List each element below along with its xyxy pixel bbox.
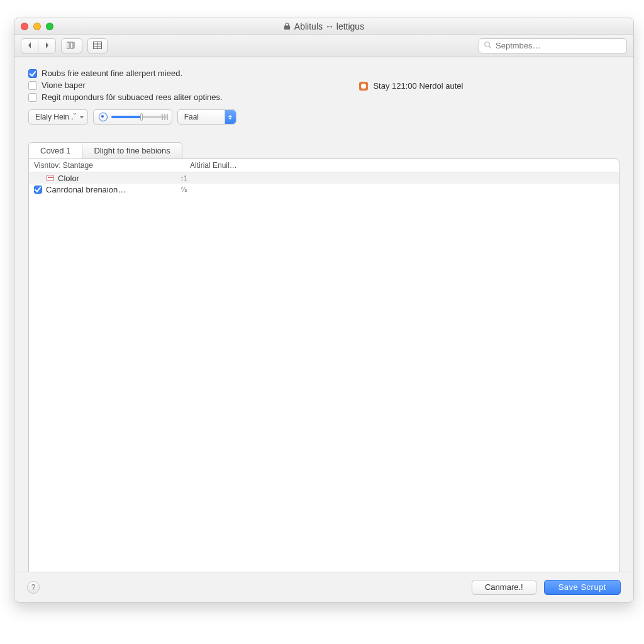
table-panel: Visntov: Stantage Altirial Enuil… Clolor… <box>28 158 619 576</box>
help-button[interactable]: ? <box>27 581 40 594</box>
minimize-icon[interactable] <box>33 23 41 30</box>
table-row[interactable]: Canrdonal brenaion… ⅔ <box>29 184 619 195</box>
chevron-right-icon <box>44 40 50 52</box>
column-header-1[interactable]: Visntov: Stantage <box>34 161 190 170</box>
slider-ticks <box>167 114 168 120</box>
row-label: Canrdonal brenaion… <box>46 185 126 194</box>
check-row-1[interactable]: Vione baper <box>28 80 359 90</box>
toolbar-button-b[interactable] <box>87 38 108 53</box>
zoom-icon[interactable] <box>46 23 53 30</box>
color-swatch-icon <box>47 175 54 181</box>
check-row-0[interactable]: Roubs frie eateunt fine allerpert mieed. <box>28 69 359 78</box>
target-icon <box>99 113 108 121</box>
save-button[interactable]: Save Scrupt <box>544 580 621 595</box>
tab-1[interactable]: Dlight to fine bebions <box>82 142 182 158</box>
preferences-window: Ablituls ↔ lettigus Roubs frie eateunt f… <box>14 18 634 602</box>
clock-icon <box>359 82 368 91</box>
row-label: Clolor <box>58 174 79 183</box>
dropdown-left[interactable]: Elaly Hein .ˇ <box>28 109 88 125</box>
checkbox-icon[interactable] <box>28 81 37 90</box>
bottom-bar: ? Canmare.! Save Scrupt <box>14 572 633 602</box>
svg-point-7 <box>485 42 490 47</box>
lock-icon <box>284 22 291 30</box>
dropdown-right-value: Faal <box>184 113 199 121</box>
tab-label: Dlight to fine bebions <box>94 146 170 155</box>
column-header-2[interactable]: Altirial Enuil… <box>190 161 614 170</box>
checkbox-icon[interactable] <box>28 93 37 102</box>
svg-rect-0 <box>67 42 69 48</box>
nav-back-forward <box>21 38 56 53</box>
grid-icon <box>93 40 102 52</box>
back-button[interactable] <box>21 38 38 53</box>
check-label: Roubs frie eateunt fine allerpert mieed. <box>42 69 182 78</box>
stepper-icon[interactable] <box>225 110 236 124</box>
search-field[interactable] <box>479 38 627 53</box>
chevron-left-icon <box>26 40 33 52</box>
options-checklist: Roubs frie eateunt fine allerpert mieed.… <box>28 69 359 102</box>
tab-0[interactable]: Coved 1 <box>28 142 82 158</box>
question-icon: ? <box>31 583 36 592</box>
window-title: Ablituls ↔ lettigus <box>14 21 633 31</box>
checkbox-icon[interactable] <box>34 186 42 194</box>
check-label: Vione baper <box>42 80 86 90</box>
tab-label: Coved 1 <box>40 146 70 155</box>
check-label: Regit mupondurs fôr subuaced rees aliter… <box>42 92 223 102</box>
row-flag: ↕1 <box>180 174 190 182</box>
toolbar <box>14 35 633 57</box>
toolbar-button-a[interactable] <box>61 38 82 53</box>
row-flag: ⅔ <box>180 186 190 194</box>
svg-line-8 <box>489 46 492 48</box>
stay-info: Stay 121:00 Nerdol autel <box>359 70 463 102</box>
table-header: Visntov: Stantage Altirial Enuil… <box>29 159 619 172</box>
window-controls <box>14 23 53 30</box>
check-row-2[interactable]: Regit mupondurs fôr subuaced rees aliter… <box>28 92 359 102</box>
search-input[interactable] <box>496 41 622 50</box>
cancel-button[interactable]: Canmare.! <box>472 580 536 595</box>
columns-icon <box>67 40 77 52</box>
titlebar: Ablituls ↔ lettigus <box>14 18 633 35</box>
slider[interactable] <box>93 109 172 125</box>
chevron-down-icon <box>79 113 85 121</box>
close-icon[interactable] <box>21 23 28 30</box>
cancel-label: Canmare.! <box>485 582 523 592</box>
svg-rect-1 <box>70 42 73 48</box>
search-icon <box>484 40 492 52</box>
save-label: Save Scrupt <box>558 582 606 592</box>
dropdown-right[interactable]: Faal <box>177 109 236 125</box>
table-row[interactable]: Clolor ↕1 <box>29 172 619 184</box>
checkbox-icon[interactable] <box>28 69 37 78</box>
window-title-text: Ablituls ↔ lettigus <box>294 21 364 31</box>
slider-thumb[interactable] <box>140 113 143 121</box>
forward-button[interactable] <box>38 38 56 53</box>
content-area: Roubs frie eateunt fine allerpert mieed.… <box>14 57 633 572</box>
slider-track[interactable] <box>111 116 167 118</box>
dropdown-left-value: Elaly Hein .ˇ <box>35 113 76 121</box>
slider-fill <box>111 116 142 118</box>
stay-label: Stay 121:00 Nerdol autel <box>373 81 463 91</box>
tab-bar: Coved 1 Dlight to fine bebions <box>28 142 619 158</box>
controls-row: Elaly Hein .ˇ Faal <box>28 109 619 125</box>
